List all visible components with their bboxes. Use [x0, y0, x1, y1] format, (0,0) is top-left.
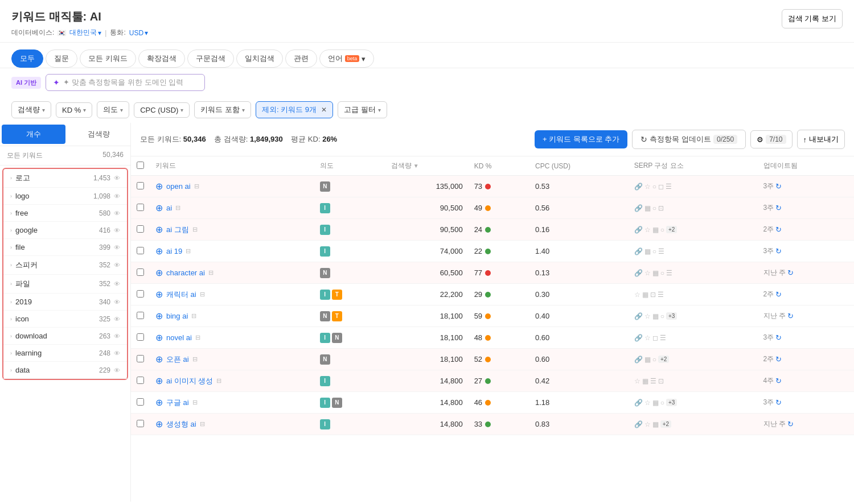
refresh-icon[interactable]: ↻	[775, 290, 782, 299]
sidebar-btn-volume[interactable]: 검색량	[67, 123, 131, 146]
serp-icon[interactable]: 🔗	[634, 204, 643, 212]
keyword-link[interactable]: ai 이미지 생성	[166, 376, 213, 386]
eye-icon[interactable]: 👁	[114, 316, 120, 323]
select-all-checkbox[interactable]	[137, 162, 144, 169]
copy-keyword-icon[interactable]: ⊟	[191, 312, 196, 320]
add-keyword-icon[interactable]: ⊕	[155, 375, 163, 386]
copy-keyword-icon[interactable]: ⊟	[192, 399, 198, 406]
keyword-link[interactable]: bing ai	[166, 312, 188, 320]
list-item[interactable]: › file 399 👁	[3, 239, 127, 256]
eye-icon[interactable]: 👁	[114, 299, 120, 305]
serp-icon[interactable]: 🔗	[634, 399, 643, 407]
copy-keyword-icon[interactable]: ⊟	[194, 183, 199, 190]
th-volume[interactable]: 검색량 ▼	[385, 156, 469, 176]
list-item[interactable]: › google 416 👁	[3, 222, 127, 239]
serp-icon[interactable]: ◻	[658, 183, 664, 191]
add-keyword-icon[interactable]: ⊕	[155, 397, 163, 408]
ai-domain-input[interactable]: ✦ ✦ 맞춤 측정항목을 위한 도메인 입력	[46, 74, 205, 91]
eye-icon[interactable]: 👁	[114, 280, 120, 287]
row-checkbox[interactable]	[137, 225, 144, 233]
keyword-link[interactable]: 캐릭터 ai	[166, 290, 196, 300]
keyword-link[interactable]: 생성형 ai	[166, 419, 196, 429]
list-item[interactable]: › 파일 352 👁	[3, 275, 127, 294]
currency-selector[interactable]: USD ▾	[129, 29, 148, 37]
refresh-icon[interactable]: ↻	[775, 355, 782, 363]
filter-cpc[interactable]: CPC (USD) ▾	[134, 102, 190, 118]
serp-icon[interactable]: ○	[660, 226, 664, 234]
serp-icon[interactable]: ○	[652, 247, 656, 255]
serp-icon[interactable]: ○	[660, 399, 664, 407]
eye-icon[interactable]: 👁	[114, 244, 120, 251]
add-keyword-icon[interactable]: ⊕	[155, 267, 163, 278]
country-selector[interactable]: 대한민국 ▾	[69, 28, 101, 38]
serp-icon[interactable]: 🔗	[634, 226, 643, 234]
serp-icon[interactable]: ☰	[650, 377, 656, 385]
list-item[interactable]: › 2019 340 👁	[3, 294, 127, 311]
add-keyword-icon[interactable]: ⊕	[155, 246, 163, 257]
serp-icon[interactable]: ▦	[652, 420, 659, 428]
row-checkbox[interactable]	[137, 398, 144, 406]
add-keyword-icon[interactable]: ⊕	[155, 311, 163, 321]
refresh-icon[interactable]: ↻	[775, 225, 782, 234]
tab-broad[interactable]: 확장검색	[138, 49, 185, 68]
copy-keyword-icon[interactable]: ⊟	[216, 377, 221, 385]
row-checkbox[interactable]	[137, 182, 144, 189]
refresh-icon[interactable]: ↻	[775, 398, 782, 407]
serp-icon[interactable]: ☰	[658, 291, 664, 299]
serp-icon[interactable]: ▦	[642, 291, 648, 299]
history-button[interactable]: 검색 기록 보기	[782, 9, 843, 28]
tab-related[interactable]: 관련	[285, 49, 317, 68]
add-keyword-icon[interactable]: ⊕	[155, 419, 163, 429]
refresh-icon[interactable]: ↻	[787, 420, 794, 428]
filter-exclude-close[interactable]: ✕	[321, 106, 327, 114]
refresh-icon[interactable]: ↻	[775, 377, 782, 385]
serp-icon[interactable]: ○	[652, 183, 656, 191]
serp-icon[interactable]: ⊡	[650, 291, 656, 299]
refresh-icon[interactable]: ↻	[775, 247, 782, 255]
eye-icon[interactable]: 👁	[114, 210, 120, 217]
serp-icon[interactable]: ☆	[634, 377, 640, 385]
serp-icon[interactable]: 🔗	[634, 312, 643, 320]
copy-keyword-icon[interactable]: ⊟	[186, 247, 191, 255]
update-metrics-button[interactable]: ↻ 측정항목 업데이트 0/250	[632, 130, 746, 149]
tab-all-kw[interactable]: 모든 키워드	[80, 49, 136, 68]
list-item[interactable]: › data 229 👁	[3, 362, 127, 379]
keyword-link[interactable]: 오픈 ai	[166, 354, 189, 365]
add-keyword-icon[interactable]: ⊕	[155, 224, 163, 235]
filter-exclude[interactable]: 제외: 키워드 9개 ✕	[256, 101, 333, 118]
serp-icon[interactable]: ○	[660, 269, 664, 277]
sidebar-btn-count[interactable]: 개수	[2, 125, 65, 144]
serp-icon[interactable]: ☰	[666, 183, 672, 191]
add-keyword-icon[interactable]: ⊕	[155, 181, 163, 192]
serp-icon[interactable]: ☰	[660, 334, 666, 342]
serp-icon[interactable]: ☆	[644, 226, 651, 234]
keyword-link[interactable]: open ai	[166, 182, 191, 191]
copy-keyword-icon[interactable]: ⊟	[200, 420, 205, 428]
serp-icon[interactable]: 🔗	[634, 183, 643, 191]
add-to-list-button[interactable]: + 키워드 목록으로 추가	[535, 130, 627, 148]
settings-button[interactable]: ⚙ 7/10	[750, 130, 792, 148]
copy-keyword-icon[interactable]: ⊟	[195, 334, 200, 341]
row-checkbox[interactable]	[137, 268, 144, 276]
serp-icon[interactable]: ○	[660, 312, 664, 320]
serp-icon[interactable]: ▦	[644, 247, 651, 255]
serp-icon[interactable]: 🔗	[634, 356, 643, 363]
row-checkbox[interactable]	[137, 377, 144, 384]
keyword-link[interactable]: ai 그림	[166, 225, 189, 235]
serp-icon[interactable]: ○	[652, 356, 656, 363]
tab-questions[interactable]: 질문	[46, 49, 77, 68]
copy-keyword-icon[interactable]: ⊟	[175, 204, 180, 212]
copy-keyword-icon[interactable]: ⊟	[192, 356, 198, 363]
serp-icon[interactable]: ⊡	[658, 204, 664, 212]
refresh-icon[interactable]: ↻	[775, 333, 782, 342]
serp-icon[interactable]: ☰	[666, 269, 672, 277]
keyword-link[interactable]: ai 19	[166, 247, 182, 255]
keyword-link[interactable]: ai	[166, 204, 172, 212]
serp-icon[interactable]: 🔗	[634, 269, 643, 277]
serp-icon[interactable]: ▦	[652, 399, 659, 407]
serp-icon[interactable]: 🔗	[634, 334, 643, 342]
refresh-icon[interactable]: ↻	[787, 268, 794, 277]
keyword-link[interactable]: character ai	[166, 268, 205, 277]
tab-exact[interactable]: 일치검색	[236, 49, 283, 68]
serp-icon[interactable]: ▦	[652, 226, 659, 234]
